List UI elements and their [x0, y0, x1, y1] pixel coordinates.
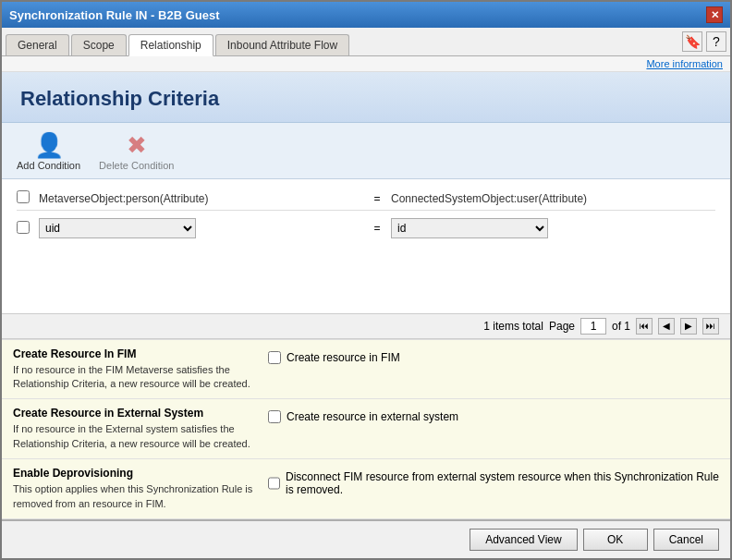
tab-relationship[interactable]: Relationship [128, 34, 214, 56]
last-page-button[interactable]: ⏭ [702, 318, 719, 335]
create-external-desc: If no resource in the External system sa… [13, 422, 253, 451]
tab-general[interactable]: General [6, 34, 69, 55]
close-button[interactable]: ✕ [706, 6, 723, 23]
tabs-container: General Scope Relationship Inbound Attri… [6, 34, 349, 55]
deprovisioning-option: Enable Deprovisioning This option applie… [2, 459, 730, 519]
deprovisioning-left: Enable Deprovisioning This option applie… [13, 467, 253, 511]
create-fim-option: Create Resource In FIM If no resource in… [2, 340, 730, 400]
tab-bar-right: 🔖 ? [682, 31, 726, 55]
tab-inbound[interactable]: Inbound Attribute Flow [215, 34, 349, 55]
deprovisioning-label[interactable]: Disconnect FIM resource from external sy… [268, 470, 719, 496]
create-fim-right: Create resource in FIM [268, 347, 719, 392]
create-external-right: Create resource in external system [268, 407, 719, 451]
more-information-link[interactable]: More information [2, 56, 730, 72]
ok-button[interactable]: OK [583, 529, 648, 551]
create-external-label[interactable]: Create resource in external system [268, 410, 458, 423]
equals-sign: = [363, 222, 391, 235]
advanced-view-button[interactable]: Advanced View [470, 529, 578, 551]
main-window: Synchronization Rule IN - B2B Guest ✕ Ge… [0, 0, 732, 560]
options-area: Create Resource In FIM If no resource in… [2, 339, 730, 519]
metaverse-attribute-select[interactable]: uid [39, 218, 196, 238]
toolbar: 👤 Add Condition ✖ Delete Condition [2, 123, 730, 179]
items-total: 1 items total [483, 320, 543, 333]
first-page-button[interactable]: ⏮ [636, 318, 653, 335]
connected-attribute-select[interactable]: id [391, 218, 548, 238]
deprovisioning-desc: This option applies when this Synchroniz… [13, 482, 253, 511]
criteria-table-area: MetaverseObject:person(Attribute) = Conn… [2, 179, 730, 313]
delete-condition-icon: ✖ [122, 130, 152, 160]
add-condition-button[interactable]: 👤 Add Condition [17, 130, 80, 171]
criteria-table-header: MetaverseObject:person(Attribute) = Conn… [17, 187, 715, 211]
add-condition-icon: 👤 [34, 130, 64, 160]
page-label: Page [549, 320, 575, 333]
create-external-checkbox-label: Create resource in external system [287, 410, 458, 423]
bookmark-icon-button[interactable]: 🔖 [682, 31, 702, 52]
deprovisioning-title: Enable Deprovisioning [13, 467, 253, 480]
prev-page-button[interactable]: ◀ [658, 318, 675, 335]
window-title: Synchronization Rule IN - B2B Guest [9, 8, 220, 22]
create-fim-desc: If no resource in the FIM Metaverse sati… [13, 363, 253, 392]
cancel-button[interactable]: Cancel [653, 529, 719, 551]
help-icon-button[interactable]: ? [706, 31, 726, 52]
content-area: Relationship Criteria 👤 Add Condition ✖ … [2, 72, 730, 519]
content-header: Relationship Criteria [2, 72, 730, 123]
connected-col-header: ConnectedSystemObject:user(Attribute) [391, 192, 715, 205]
create-fim-checkbox[interactable] [268, 351, 281, 364]
table-row: uid = id [17, 214, 715, 242]
create-external-title: Create Resource in External System [13, 407, 253, 420]
page-title: Relationship Criteria [20, 87, 712, 111]
create-external-left: Create Resource in External System If no… [13, 407, 253, 451]
delete-condition-button[interactable]: ✖ Delete Condition [99, 130, 174, 171]
deprovisioning-checkbox[interactable] [268, 477, 280, 490]
create-fim-title: Create Resource In FIM [13, 347, 253, 360]
create-fim-label[interactable]: Create resource in FIM [268, 351, 400, 364]
title-bar: Synchronization Rule IN - B2B Guest ✕ [2, 2, 730, 28]
add-condition-label: Add Condition [17, 160, 80, 171]
page-of: of 1 [612, 320, 630, 333]
row-checkbox[interactable] [17, 221, 30, 234]
create-external-checkbox[interactable] [268, 410, 281, 423]
create-external-option: Create Resource in External System If no… [2, 399, 730, 459]
tab-bar: General Scope Relationship Inbound Attri… [2, 28, 730, 56]
pagination-bar: 1 items total Page of 1 ⏮ ◀ ▶ ⏭ [2, 313, 730, 339]
create-fim-left: Create Resource In FIM If no resource in… [13, 347, 253, 392]
tab-scope[interactable]: Scope [71, 34, 127, 55]
deprovisioning-right: Disconnect FIM resource from external sy… [268, 467, 719, 511]
footer: Advanced View OK Cancel [2, 519, 730, 558]
header-checkbox[interactable] [17, 190, 30, 203]
create-fim-checkbox-label: Create resource in FIM [287, 351, 400, 364]
metaverse-col-header: MetaverseObject:person(Attribute) [39, 192, 363, 205]
next-page-button[interactable]: ▶ [680, 318, 697, 335]
delete-condition-label: Delete Condition [99, 160, 174, 171]
page-input[interactable] [580, 318, 606, 335]
deprovisioning-checkbox-label: Disconnect FIM resource from external sy… [286, 470, 719, 496]
equals-col-header: = [363, 192, 391, 205]
